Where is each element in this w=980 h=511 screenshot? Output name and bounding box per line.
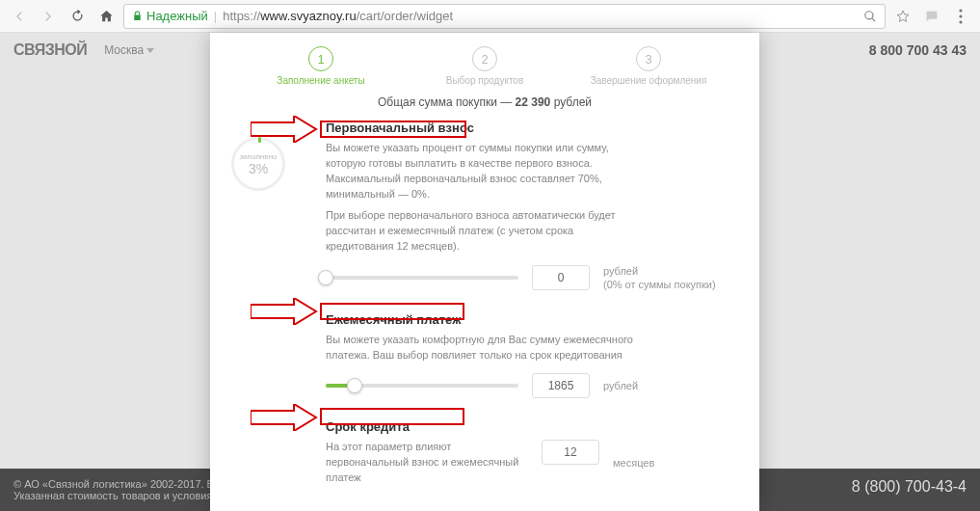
svg-point-0 bbox=[959, 9, 962, 12]
menu-button[interactable] bbox=[949, 5, 972, 28]
monthly-slider[interactable] bbox=[326, 384, 518, 388]
total-line: Общая сумма покупки — 22 390 рублей bbox=[210, 94, 759, 121]
chat-icon bbox=[924, 9, 940, 24]
svg-point-2 bbox=[959, 20, 962, 23]
monthly-input[interactable] bbox=[532, 373, 590, 398]
arrow-left-icon bbox=[13, 10, 26, 23]
extension-button[interactable] bbox=[920, 5, 943, 28]
star-icon bbox=[895, 9, 911, 24]
term-title: Срок кредита bbox=[326, 419, 730, 434]
monthly-title: Ежемесячный платеж bbox=[326, 312, 730, 327]
home-button[interactable] bbox=[94, 5, 118, 28]
downpayment-unit: рублей (0% от суммы покупки) bbox=[603, 264, 716, 292]
progress-donut: заполнено 3% bbox=[231, 137, 285, 191]
stepper: 1 Заполнение анкеты 2 Выбор продуктов 3 … bbox=[210, 33, 759, 94]
reload-button[interactable] bbox=[66, 5, 89, 28]
back-button[interactable] bbox=[8, 5, 31, 28]
header-phone: 8 800 700 43 43 bbox=[869, 42, 967, 58]
downpayment-title: Первоначальный взнос bbox=[326, 121, 730, 135]
downpayment-slider[interactable] bbox=[326, 276, 518, 280]
monthly-section: Ежемесячный платеж Вы можете указать ком… bbox=[326, 312, 730, 398]
forward-button[interactable] bbox=[37, 5, 60, 28]
term-section: Срок кредита На этот параметр влияют пер… bbox=[326, 419, 730, 486]
address-bar[interactable]: Надежный | https://www.svyaznoy.ru/cart/… bbox=[123, 4, 886, 29]
dots-vertical-icon bbox=[959, 9, 963, 24]
downpayment-input[interactable] bbox=[532, 265, 590, 290]
secure-badge: Надежный bbox=[132, 9, 208, 23]
bookmark-button[interactable] bbox=[891, 5, 914, 28]
footer-phone: 8 (800) 700-43-4 bbox=[852, 478, 967, 496]
downpayment-section: Первоначальный взнос Вы можете указать п… bbox=[326, 121, 730, 291]
monthly-unit: рублей bbox=[603, 379, 638, 392]
step-3[interactable]: 3 Завершение оформления bbox=[567, 46, 730, 86]
step-2[interactable]: 2 Выбор продуктов bbox=[403, 46, 567, 86]
home-icon bbox=[99, 9, 114, 23]
chevron-down-icon bbox=[146, 48, 154, 53]
site-logo[interactable]: СВЯЗНОЙ bbox=[13, 41, 87, 59]
step-1[interactable]: 1 Заполнение анкеты bbox=[239, 46, 403, 86]
reload-icon bbox=[70, 9, 85, 23]
term-unit: месяцев bbox=[613, 456, 654, 470]
city-selector[interactable]: Москва bbox=[104, 43, 154, 57]
browser-toolbar: Надежный | https://www.svyaznoy.ru/cart/… bbox=[0, 0, 980, 33]
svg-point-1 bbox=[959, 14, 962, 17]
arrow-right-icon bbox=[41, 10, 55, 23]
term-input[interactable] bbox=[542, 440, 599, 465]
url-text: https://www.svyaznoy.ru/cart/order/widge… bbox=[223, 9, 453, 23]
search-icon[interactable] bbox=[863, 10, 877, 23]
lock-icon bbox=[132, 11, 143, 21]
order-modal: 1 Заполнение анкеты 2 Выбор продуктов 3 … bbox=[210, 33, 759, 511]
